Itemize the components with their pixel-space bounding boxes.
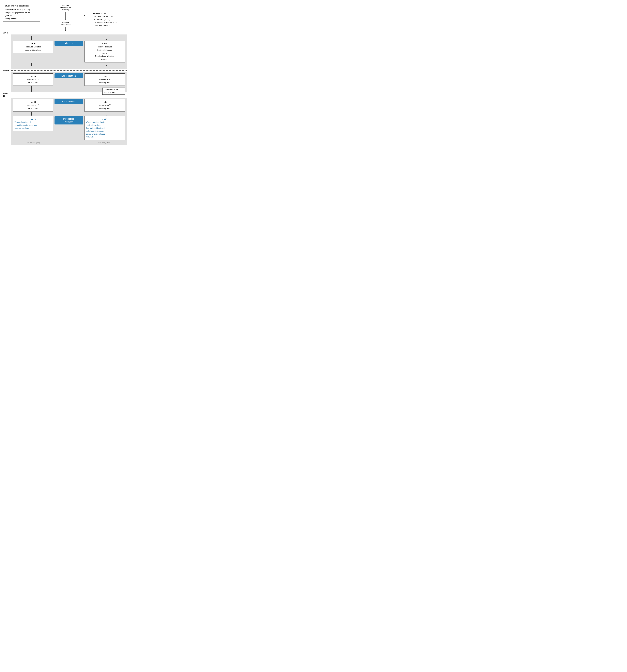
allocation-bar: Allocation — [54, 41, 83, 46]
placebo-line2: Received allocated — [86, 45, 123, 48]
excluded-title: Excluded n =105 — [93, 12, 124, 15]
left-arrow-top — [13, 36, 50, 40]
tacrolimus-allocation-box: n = 25 Received allocated treatment tacr… — [13, 41, 53, 53]
col-center-eot: End of treatment — [54, 73, 83, 78]
f1-pla-line2: attended to 1st — [86, 78, 123, 81]
split-arrows-row — [13, 36, 125, 40]
pp-tac-line2: Wrong allocation, + 1 — [15, 121, 52, 124]
placebo-line5: Received non allocated — [86, 55, 123, 58]
arrow-to-excluded — [84, 15, 85, 16]
excluded-section: Excluded n =105 • Exclusion criteria (n … — [91, 3, 127, 28]
f1-tac-n: n = 25 — [15, 75, 52, 78]
f2-tac-line2: attended to 2nd — [15, 104, 52, 107]
randomized-box: n=48+2 randomized — [55, 20, 76, 27]
study-populations-title: Study analysis populations — [5, 4, 38, 7]
week6-row: Week 6 — [3, 70, 127, 72]
col-left-f1: n = 25 attended to 1st follow up visit — [13, 73, 53, 86]
arrow-down-1 — [65, 19, 66, 20]
followup1-placebo-box: n = 25 attended to 1st follow up visit — [85, 73, 125, 86]
study-pop-line1: Intent-to-treat: n = 50 (25 + 25) — [5, 8, 38, 11]
allocation-row: n = 25 Received allocated treatment tacr… — [13, 41, 125, 63]
tacrolimus-line3: treatment tacrolimus — [15, 49, 52, 52]
f2-pla-n: n = 24 — [86, 101, 123, 104]
f2-tac-n: n = 25 — [15, 101, 52, 104]
excluded-item1: • Exclusion criteria (n = 22) — [93, 15, 124, 18]
col-left-f2: n = 25 attended to 2nd follow up visit — [13, 99, 53, 112]
week6-dashed-line — [11, 70, 127, 71]
study-populations-box: Study analysis populations Intent-to-tre… — [3, 3, 40, 22]
page: Study analysis populations Intent-to-tre… — [3, 3, 127, 145]
pp-pla-line3: received tacrolimus. — [86, 124, 123, 127]
f1-tac-line2: attended to 1st — [15, 78, 52, 81]
pp-tac-n: n = 26 — [15, 118, 52, 121]
col-left-pp: n = 26 Wrong allocation, + 1 patient in … — [13, 116, 53, 131]
end-of-treatment-bar: End of treatment — [54, 73, 83, 78]
day0-row: Day 0 — [3, 32, 127, 34]
col-right-f2: n = 24 attended to 2nd follow up visit — [85, 99, 125, 112]
n155-line2: assessed for — [57, 6, 74, 9]
n155-box: n = 155 assessed for eligibility — [54, 3, 77, 12]
arrows-to-pp — [13, 112, 125, 116]
col-right-pp: n = 23 Wrong allocation, 1 patient recei… — [85, 116, 125, 140]
pp-pla-line7: follow-up . — [86, 136, 123, 138]
day0-dashed-line — [11, 33, 127, 33]
arrows-to-week6 — [13, 63, 125, 66]
pp-tacrolimus-box: n = 26 Wrong allocation, + 1 patient in … — [13, 116, 53, 131]
per-protocol-bar: Per ProtocolAnalysis — [54, 116, 83, 124]
study-pop-line2: Per-protocol population: n = 49 — [5, 11, 38, 14]
col-left-alloc: n = 25 Received allocated treatment tacr… — [13, 41, 53, 53]
pp-pla-line2: Wrong allocation, 1 patient — [86, 121, 123, 124]
end-followup-row: n = 25 attended to 2nd follow up visit E… — [13, 99, 125, 112]
pp-pla-line5: inclusion criteria, same — [86, 130, 123, 133]
excluded-box: Excluded n =105 • Exclusion criteria (n … — [91, 11, 126, 28]
study-pop-line3: (26 + 23) — [5, 14, 38, 17]
randomized-line2: randomized — [57, 24, 74, 26]
week6-label: Week 6 — [3, 70, 11, 72]
arrows-discontinuation: Discontinuation n = 1 Further to SAE — [13, 86, 125, 92]
week12-content: n = 25 attended to 2nd follow up visit E… — [11, 98, 127, 145]
n155-line1: n = 155 — [57, 4, 74, 6]
placebo-group-label: Placebo group — [83, 142, 125, 144]
tacrolimus-line2: Received allocated — [15, 45, 52, 48]
arrow-down-2 — [65, 30, 66, 31]
excluded-item3: • Declined to participate (n = 50) — [93, 21, 124, 24]
col-right-f1: n = 25 attended to 1st follow up visit — [85, 73, 125, 86]
tacrolimus-n: n = 25 — [15, 42, 52, 45]
pp-pla-line4: One patient did not meet — [86, 127, 123, 129]
n155-line3: eligibility — [57, 9, 74, 11]
f2-pla-line3: follow up visit — [86, 107, 123, 110]
discontinuation-box: Discontinuation n = 1 Further to SAE — [102, 88, 125, 95]
f1-pla-n: n = 25 — [86, 75, 123, 78]
followup2-tacrolimus-box: n = 25 attended to 2nd follow up visit — [13, 99, 53, 112]
week6-content: n = 25 attended to 1st follow up visit E… — [11, 72, 127, 92]
placebo-line6: treatment — [86, 58, 123, 61]
main-content: n = 25 Received allocated treatment tacr… — [11, 34, 127, 69]
placebo-n: n = 24 — [86, 42, 123, 45]
day0-label: Day 0 — [3, 32, 11, 34]
f1-tac-line3: follow up visit — [15, 81, 52, 84]
pp-tac-line4: received tacrolimus — [15, 127, 52, 129]
followup1-tacrolimus-box: n = 25 attended to 1st follow up visit — [13, 73, 53, 86]
placebo-n1: n = 1 — [86, 52, 123, 55]
end-of-followup-bar: End of follow-up — [54, 99, 83, 104]
col-center-alloc: Allocation — [54, 41, 83, 46]
col-center-eof: End of follow-up — [54, 99, 83, 104]
pp-pla-n: n = 23 — [86, 118, 123, 121]
tacrolimus-group-label: Tacrolimus group — [13, 142, 54, 144]
randomized-line1: n=48+2 — [57, 22, 74, 24]
per-protocol-row: n = 26 Wrong allocation, + 1 patient in … — [13, 116, 125, 140]
f2-tac-line3: follow up visit — [15, 107, 52, 110]
col-right-alloc: n = 24 Received allocated treatment plac… — [85, 41, 125, 63]
pp-pla-line6: patient who discontinued — [86, 133, 123, 136]
right-arrow-top — [88, 36, 125, 40]
f2-pla-line2: attended to 2nd — [86, 104, 123, 107]
excluded-item2: • No feedback (n = 31) — [93, 18, 124, 21]
disc-line2: Further to SAE — [104, 91, 123, 94]
end-treatment-row: n = 25 attended to 1st follow up visit E… — [13, 73, 125, 86]
col-center-pp: Per ProtocolAnalysis — [54, 116, 83, 124]
pp-placebo-box: n = 23 Wrong allocation, 1 patient recei… — [85, 116, 125, 140]
disc-line1: Discontinuation n = 1 — [104, 89, 123, 91]
placebo-allocation-box: n = 24 Received allocated treatment plac… — [85, 41, 125, 63]
placebo-line3: treatment placebo — [86, 49, 123, 52]
f1-pla-line3: follow up visit — [86, 81, 123, 84]
